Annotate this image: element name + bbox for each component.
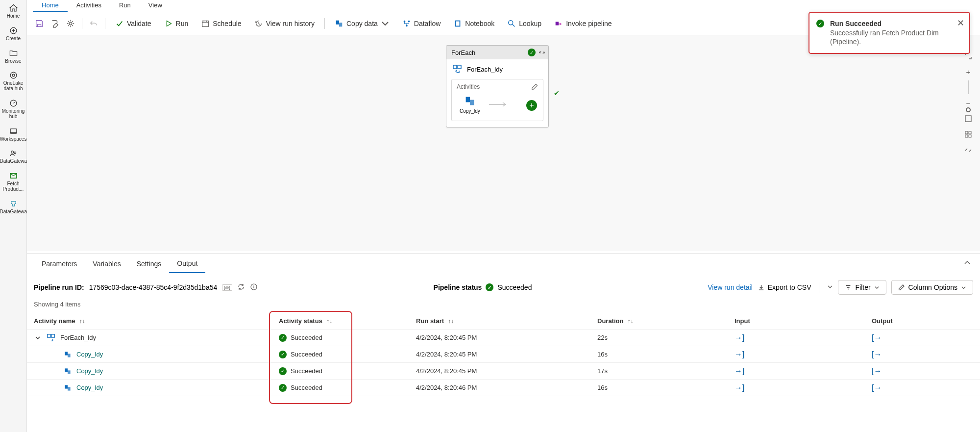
cell-input[interactable]: →] [735,383,872,392]
panel-tab-output[interactable]: Output [169,254,205,273]
table-row[interactable]: ForEach_ldy✓Succeeded4/2/2024, 8:20:45 P… [27,330,980,346]
nav-workspace-item1[interactable]: DataGatewayTest [0,145,26,168]
nav-monitoring[interactable]: Monitoring hub [0,95,26,123]
export-csv-button[interactable]: Export to CSV [768,283,811,291]
cell-activity-status: ✓Succeeded [279,334,416,342]
foreach-icon [47,333,55,342]
sort-icon: ↑↓ [448,318,454,325]
chevron-down-icon [961,285,966,290]
home-icon [9,3,18,13]
pipeline-status: Pipeline status ✓ Succeeded [434,283,532,291]
copy-id-button[interactable]: [@] [222,284,232,291]
table-row[interactable]: Copy_ldy✓Succeeded4/2/2024, 8:20:45 PM16… [27,346,980,363]
sort-icon: ↑↓ [79,318,85,325]
svg-rect-10 [202,21,209,26]
nav-browse[interactable]: Browse [0,45,26,68]
collapse-icon[interactable] [539,49,545,56]
separator [324,18,325,29]
cell-run-start: 4/2/2024, 8:20:46 PM [416,384,597,391]
save-button[interactable] [32,16,47,31]
undo-button[interactable] [86,16,101,31]
tab-view[interactable]: View [140,0,171,12]
svg-rect-32 [65,352,68,355]
table-header: Activity name↑↓ Activity status↑↓ Run st… [27,313,980,330]
panel-tab-variables[interactable]: Variables [85,255,128,273]
tab-home[interactable]: Home [33,0,68,12]
activity-name-text[interactable]: Copy_ldy [76,367,103,375]
refresh-button[interactable] [237,283,245,292]
add-activity-button[interactable]: + [526,100,537,111]
edit-icon[interactable] [531,83,538,90]
foreach-icon [452,64,462,74]
export-more-button[interactable] [827,283,833,291]
zoom-slider[interactable] [961,80,975,94]
onelake-icon [9,71,18,80]
fit-button[interactable] [961,112,975,126]
settings-button[interactable] [63,16,78,31]
copy-data-button[interactable]: Copy data [329,16,395,31]
lookup-button[interactable]: Lookup [501,16,547,31]
nav-workspaces[interactable]: Workspaces [0,123,26,146]
view-run-detail-link[interactable]: View run detail [708,283,753,291]
validate-button[interactable]: Validate [109,16,157,31]
schedule-button[interactable]: Schedule [195,16,247,31]
table-row[interactable]: Copy_ldy✓Succeeded4/2/2024, 8:20:46 PM16… [27,380,980,396]
nav-create[interactable]: Create [0,23,26,45]
panel-tab-settings[interactable]: Settings [129,255,170,273]
cell-activity-name: ForEach_ldy [34,333,279,342]
foreach-activity-node[interactable]: ForEach ✓ ForEach_ldy Activities Copy_ld… [446,45,549,127]
collapse-icon [964,146,972,154]
cell-output[interactable]: [→ [872,383,980,392]
toast-close-button[interactable]: ✕ [957,18,964,28]
cell-output[interactable]: [→ [872,333,980,342]
svg-rect-35 [68,370,71,374]
column-options-button[interactable]: Column Options [891,280,973,295]
cell-input[interactable]: →] [735,350,872,359]
refresh-icon [237,283,245,291]
collapse-panel-button[interactable] [961,143,975,157]
activity-name-text[interactable]: Copy_ldy [76,384,103,391]
svg-rect-24 [965,116,971,122]
tab-run[interactable]: Run [110,0,140,12]
info-button[interactable] [250,283,258,292]
pipeline-canvas[interactable]: ForEach ✓ ForEach_ldy Activities Copy_ld… [27,35,980,251]
cell-output[interactable]: [→ [872,367,980,376]
svg-point-13 [404,20,406,22]
col-activity-status[interactable]: Activity status↑↓ [279,317,416,325]
panel-tab-parameters[interactable]: Parameters [34,255,85,273]
nav-home[interactable]: Home [0,0,26,23]
col-run-start[interactable]: Run start↑↓ [416,317,597,325]
tab-activities[interactable]: Activities [68,0,110,12]
svg-rect-22 [466,97,469,102]
saveas-button[interactable] [48,16,62,31]
svg-rect-30 [48,334,50,337]
table-row[interactable]: Copy_ldy✓Succeeded4/2/2024, 8:20:45 PM17… [27,363,980,380]
cell-activity-name: Copy_ldy [34,351,279,358]
inner-copy-activity[interactable]: Copy_ldy [460,95,480,114]
activity-name-text[interactable]: ForEach_ldy [60,334,96,341]
nav-lakehouse-item[interactable]: DataGatewayLH [0,196,26,218]
dataflow-button[interactable]: Dataflow [396,16,446,31]
chevron-down-icon[interactable] [35,335,41,341]
invoke-pipeline-button[interactable]: Invoke pipeline [548,16,617,31]
svg-point-18 [509,20,513,25]
col-duration[interactable]: Duration↑↓ [597,317,735,325]
view-history-button[interactable]: View run history [248,16,320,31]
filter-button[interactable]: Filter [838,280,886,295]
panel-collapse-button[interactable] [963,259,971,269]
activity-name-text[interactable]: Copy_ldy [76,351,103,358]
nav-pipeline-item[interactable]: Fetch Product... [0,168,26,196]
run-button[interactable]: Run [158,16,195,31]
zoom-in-button[interactable]: + [961,65,975,78]
col-activity-name[interactable]: Activity name↑↓ [34,317,279,325]
dataflow-icon [402,19,411,28]
col-output[interactable]: Output [872,317,980,325]
nav-onelake[interactable]: OneLake data hub [0,67,26,95]
cell-input[interactable]: →] [735,333,872,342]
cell-input[interactable]: →] [735,367,872,376]
col-input[interactable]: Input [735,317,872,325]
minimap-button[interactable] [961,127,975,141]
cell-run-start: 4/2/2024, 8:20:45 PM [416,367,597,375]
cell-output[interactable]: [→ [872,350,980,359]
notebook-button[interactable]: Notebook [447,16,500,31]
